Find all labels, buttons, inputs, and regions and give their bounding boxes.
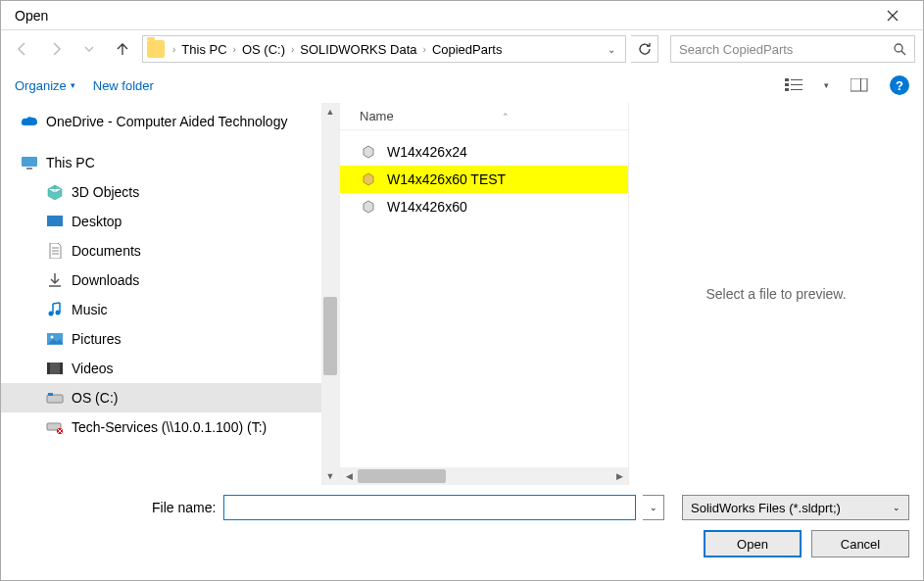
cancel-button[interactable]: Cancel	[811, 530, 909, 557]
svg-rect-5	[785, 88, 789, 91]
file-name: W14x426x24	[387, 144, 467, 160]
svg-rect-20	[48, 393, 53, 396]
recent-dropdown[interactable]	[75, 35, 103, 63]
scroll-right-button[interactable]: ▶	[610, 467, 628, 485]
preview-pane-icon	[851, 78, 868, 92]
sidebar-item-desktop[interactable]: Desktop	[1, 207, 339, 236]
folder-icon	[147, 40, 165, 58]
scroll-thumb[interactable]	[323, 297, 337, 375]
crumb-1[interactable]: OS (C:)	[238, 42, 289, 57]
sidebar-item-videos[interactable]: Videos	[1, 354, 339, 383]
scroll-up-button[interactable]: ▲	[321, 103, 339, 121]
svg-rect-8	[860, 78, 861, 91]
body: OneDrive - Computer Aided Technology Thi…	[1, 103, 923, 485]
svg-rect-2	[791, 79, 802, 80]
chevron-right-icon: ›	[231, 44, 238, 55]
arrow-right-icon	[48, 41, 64, 57]
sidebar-item-onedrive[interactable]: OneDrive - Computer Aided Technology	[1, 107, 339, 136]
svg-point-0	[895, 44, 902, 52]
address-dropdown[interactable]: ⌄	[602, 44, 621, 55]
up-button[interactable]	[109, 35, 136, 63]
toolbar: Organize ▾ New folder ▾ ?	[1, 68, 923, 103]
sidebar-item-music[interactable]: Music	[1, 295, 339, 324]
filetype-label: SolidWorks Files (*.sldprt;)	[691, 501, 841, 515]
hscroll-track[interactable]	[358, 467, 610, 485]
sidebar-item-3d-objects[interactable]: 3D Objects	[1, 177, 339, 207]
crumb-2[interactable]: SOLIDWORKS Data	[296, 42, 420, 57]
horizontal-scrollbar[interactable]: ◀ ▶	[340, 467, 628, 485]
file-row[interactable]: W14x426x24	[340, 138, 628, 166]
window-title: Open	[15, 8, 48, 24]
refresh-icon	[638, 42, 652, 56]
svg-rect-1	[785, 78, 789, 81]
network-drive-icon	[46, 418, 64, 436]
sidebar-item-label: Pictures	[72, 331, 122, 347]
chevron-right-icon: ›	[289, 44, 296, 55]
sidebar-scrollbar[interactable]: ▲ ▼	[321, 103, 339, 485]
file-list: Name ⌃ W14x426x24 W14x426x60 TEST	[339, 103, 629, 485]
sidebar-item-label: OS (C:)	[72, 390, 118, 406]
sidebar-item-label: Downloads	[72, 272, 139, 288]
list-view-icon	[785, 78, 802, 92]
onedrive-icon	[21, 113, 38, 130]
chevron-down-icon: ⌄	[893, 503, 900, 512]
arrow-up-icon	[115, 41, 130, 57]
sidebar-item-documents[interactable]: Documents	[1, 236, 339, 266]
sidebar-item-this-pc[interactable]: This PC	[1, 148, 339, 177]
part-file-icon	[360, 198, 377, 216]
scroll-track[interactable]	[321, 121, 339, 467]
navbar: › This PC › OS (C:) › SOLIDWORKS Data › …	[1, 30, 923, 68]
file-row[interactable]: W14x426x60 TEST	[340, 166, 628, 193]
search-box[interactable]	[670, 35, 915, 63]
filename-dropdown[interactable]: ⌄	[643, 495, 664, 520]
sidebar-item-label: Desktop	[72, 214, 122, 229]
crumb-0[interactable]: This PC	[177, 42, 230, 57]
footer: File name: ⌄ SolidWorks Files (*.sldprt;…	[1, 485, 923, 571]
filename-label: File name:	[152, 500, 216, 515]
filetype-select[interactable]: SolidWorks Files (*.sldprt;) ⌄	[682, 495, 909, 520]
close-button[interactable]	[870, 1, 915, 30]
column-name[interactable]: Name ⌃	[360, 109, 510, 123]
organize-menu[interactable]: Organize ▾	[15, 78, 75, 93]
desktop-icon	[46, 213, 64, 230]
view-dropdown[interactable]: ▾	[824, 80, 829, 90]
sidebar-item-pictures[interactable]: Pictures	[1, 324, 339, 354]
open-button[interactable]: Open	[704, 530, 802, 557]
chevron-down-icon	[84, 44, 94, 54]
svg-rect-7	[851, 78, 867, 91]
forward-button[interactable]	[42, 35, 70, 63]
search-icon[interactable]	[893, 42, 906, 56]
svg-rect-3	[785, 83, 789, 86]
pictures-icon	[46, 330, 64, 348]
arrow-left-icon	[15, 41, 30, 57]
sidebar-item-network-drive[interactable]: Tech-Services (\\10.0.1.100) (T:)	[1, 412, 339, 442]
view-mode-button[interactable]	[781, 73, 806, 98]
part-file-icon	[360, 143, 377, 161]
sidebar-item-os-drive[interactable]: OS (C:)	[1, 383, 339, 412]
filename-input[interactable]	[223, 495, 636, 520]
svg-point-15	[51, 336, 54, 339]
sidebar-item-label: 3D Objects	[72, 184, 139, 200]
file-row[interactable]: W14x426x60	[340, 193, 628, 220]
back-button[interactable]	[9, 35, 36, 63]
preview-pane-button[interactable]	[847, 73, 872, 98]
help-button[interactable]: ?	[890, 75, 909, 95]
scroll-down-button[interactable]: ▼	[321, 467, 339, 485]
new-folder-button[interactable]: New folder	[93, 78, 154, 93]
sidebar-item-label: Documents	[72, 243, 141, 259]
refresh-button[interactable]	[631, 35, 658, 63]
music-icon	[46, 301, 64, 318]
preview-pane: Select a file to preview.	[629, 103, 923, 485]
crumb-3[interactable]: CopiedParts	[428, 42, 507, 57]
preview-empty-text: Select a file to preview.	[705, 286, 846, 302]
titlebar: Open	[1, 1, 923, 30]
svg-rect-4	[791, 84, 802, 85]
chevron-right-icon: ›	[170, 44, 177, 55]
hscroll-thumb[interactable]	[358, 469, 446, 483]
scroll-left-button[interactable]: ◀	[340, 467, 358, 485]
download-icon	[46, 271, 64, 289]
svg-rect-18	[60, 363, 63, 374]
sidebar-item-downloads[interactable]: Downloads	[1, 266, 339, 295]
breadcrumb[interactable]: › This PC › OS (C:) › SOLIDWORKS Data › …	[142, 35, 626, 63]
search-input[interactable]	[679, 42, 893, 57]
